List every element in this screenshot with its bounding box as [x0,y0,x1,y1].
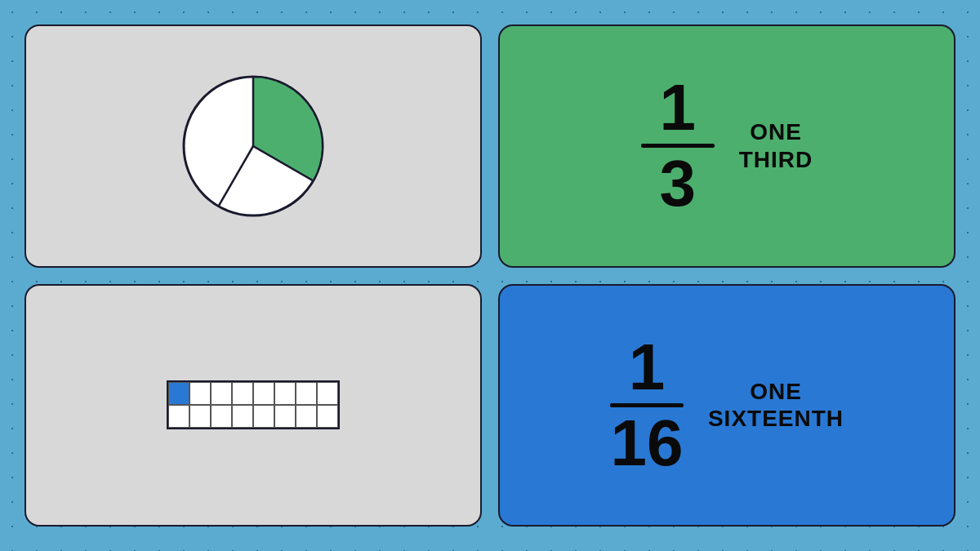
bar-cell [253,405,274,428]
fraction-word-2: ONE SIXTEENTH [708,378,844,433]
bar-cell [211,405,232,428]
bar-chart-card [24,284,482,527]
bar-cell [189,382,211,405]
bar-cell [274,405,296,428]
bar-cell [168,382,189,405]
fraction-inner: 1 3 ONE THIRD [500,26,954,266]
pie-chart-card [24,24,482,268]
fraction-word-line3: ONE [750,378,802,406]
bar-grid [167,380,340,429]
fraction-word-line4: SIXTEENTH [708,405,844,433]
fraction-numerator-2: 1 [629,335,666,400]
fraction-inner-2: 1 16 ONE SIXTEENTH [500,286,954,526]
fraction-numerator: 1 [659,75,696,140]
fraction-one-third-card: 1 3 ONE THIRD [498,24,956,268]
bar-row [168,382,338,405]
bar-cell [253,382,274,405]
bar-chart-container [26,286,480,526]
bar-cell [189,405,211,428]
bar-cell [211,382,232,405]
fraction-denominator-2: 16 [610,411,683,476]
fraction-one-sixteenth-card: 1 16 ONE SIXTEENTH [498,284,956,527]
bar-row [168,405,338,428]
pie-chart-container [26,26,480,266]
bar-cell [317,405,338,428]
fraction-display: 1 3 [641,75,715,216]
fraction-denominator: 3 [659,151,696,216]
fraction-word-line2: THIRD [739,146,813,174]
bar-cell [232,405,253,428]
bar-cell [296,405,317,428]
bar-cell [317,382,338,405]
bar-cell [232,382,253,405]
fraction-word-line1: ONE [750,118,802,146]
bar-cell [168,405,189,428]
bar-cell [274,382,296,405]
fraction-display-2: 1 16 [610,335,684,476]
fraction-word: ONE THIRD [739,118,813,173]
pie-chart-svg [172,64,335,228]
bar-cell [296,382,317,405]
